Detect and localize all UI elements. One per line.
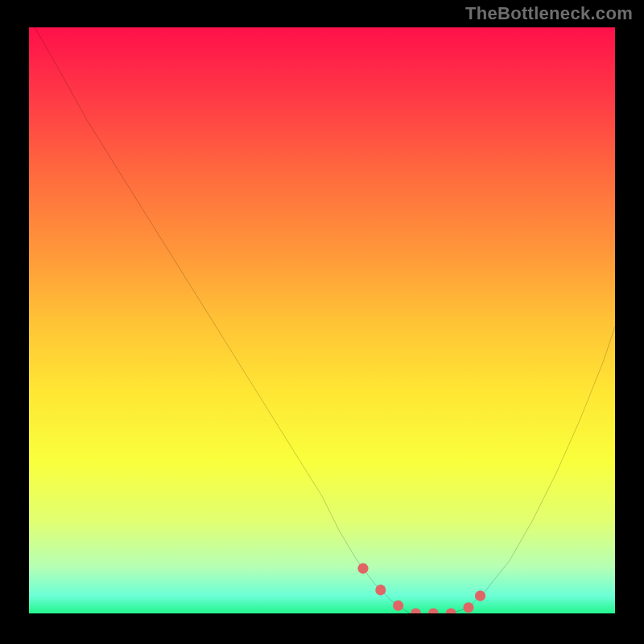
highlight-dot xyxy=(375,584,386,595)
watermark-text: TheBottleneck.com xyxy=(465,3,633,24)
chart-background xyxy=(29,27,615,613)
highlight-dot xyxy=(357,564,368,574)
bottleneck-chart xyxy=(29,27,615,613)
highlight-dot xyxy=(393,601,403,611)
highlight-dot xyxy=(475,591,485,601)
highlight-dot xyxy=(463,602,473,613)
